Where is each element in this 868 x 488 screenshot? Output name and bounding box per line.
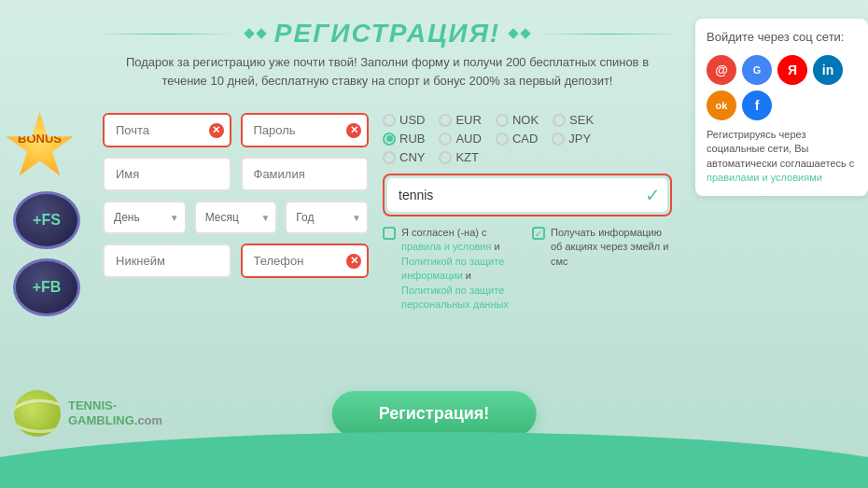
info-checkmark: ✓ [535, 229, 542, 239]
year-select[interactable]: Год [285, 201, 369, 234]
diamond-2 [256, 28, 266, 38]
google-button[interactable]: G [742, 55, 772, 85]
personal-data-link[interactable]: Политикой по защите персональных данных [401, 285, 509, 310]
cny-radio[interactable] [383, 151, 396, 164]
phone-wrapper: ✕ [241, 244, 370, 278]
rub-radio[interactable] [383, 132, 396, 146]
month-select[interactable]: Месяц [194, 201, 278, 234]
agree-checkbox[interactable] [383, 227, 396, 240]
right-panel: Войдите через соц сети: @ G Я in ok f Ре… [695, 19, 868, 196]
currency-sek[interactable]: SEK [553, 113, 594, 127]
privacy-link[interactable]: Политикой по защите информации [401, 256, 504, 281]
currency-cny[interactable]: CNY [383, 150, 425, 164]
day-wrapper: День ▼ [103, 201, 187, 234]
agree-checkbox-item[interactable]: Я согласен (-на) с правила и условия и П… [383, 226, 523, 312]
diamond-4 [521, 28, 531, 38]
tennis-line1: TENNIS- [68, 398, 117, 412]
nok-radio[interactable] [496, 114, 509, 127]
diamond-1 [244, 28, 254, 38]
title-decoration: РЕГИСТРАЦИЯ! [93, 19, 681, 49]
nickname-phone-row: ✕ [103, 244, 369, 278]
date-row: День ▼ Месяц ▼ Год ▼ [103, 201, 369, 234]
year-wrapper: Год ▼ [285, 201, 369, 234]
main-content: РЕГИСТРАЦИЯ! Подарок за регистрацию уже … [93, 0, 681, 312]
aud-label: AUD [455, 132, 481, 146]
currency-rub[interactable]: RUB [383, 132, 425, 146]
form-left: ✕ ✕ [103, 113, 369, 312]
title-section: РЕГИСТРАЦИЯ! Подарок за регистрацию уже … [93, 0, 681, 113]
social-login-box: Войдите через соц сети: @ G Я in ok f Ре… [695, 19, 868, 196]
rub-radio-dot [386, 135, 393, 142]
rub-label: RUB [399, 132, 425, 146]
kzt-radio[interactable] [439, 151, 452, 164]
bonus-icon: BONUS [5, 112, 89, 182]
title-diamonds-left [245, 30, 265, 37]
terms-link[interactable]: правила и условия [401, 241, 491, 252]
sidebar-icons: BONUS +FS +FB [0, 112, 93, 316]
currency-jpy[interactable]: JPY [552, 132, 591, 146]
nok-label: NOK [512, 113, 539, 127]
promo-success-icon: ✓ [645, 184, 661, 206]
aud-radio[interactable] [439, 132, 452, 146]
usd-radio[interactable] [383, 114, 396, 127]
tennis-text: TENNIS- GAMBLING.com [68, 398, 162, 427]
form-area: ✕ ✕ [93, 113, 681, 312]
currency-cad[interactable]: CAD [496, 132, 538, 146]
sek-radio[interactable] [553, 114, 566, 127]
currency-aud[interactable]: AUD [439, 132, 481, 146]
eur-radio[interactable] [439, 114, 452, 127]
currency-eur[interactable]: EUR [439, 113, 481, 127]
linkedin-button[interactable]: in [813, 55, 843, 85]
promo-input[interactable] [387, 178, 667, 212]
tennis-suffix: .com [134, 413, 162, 427]
info-checkbox-item[interactable]: ✓ Получать информацию об акциях через эм… [532, 226, 672, 269]
fb-icon: +FB [13, 258, 80, 316]
phone-error-icon: ✕ [346, 254, 361, 269]
currency-nok[interactable]: NOK [496, 113, 539, 127]
social-terms-link[interactable]: правилами и условиями [707, 172, 822, 183]
day-select[interactable]: День [103, 201, 187, 234]
register-button[interactable]: Регистрация! [332, 391, 537, 437]
sek-label: SEK [569, 113, 594, 127]
currency-row-2: RUB AUD CAD JPY [383, 132, 672, 146]
social-icons-row: @ G Я in ok f [707, 55, 857, 120]
cad-radio[interactable] [496, 132, 509, 146]
diamond-3 [509, 28, 519, 38]
gmail-button[interactable]: @ [707, 55, 736, 85]
eur-label: EUR [455, 113, 481, 127]
cad-label: CAD [512, 132, 538, 146]
checkbox-row: Я согласен (-на) с правила и условия и П… [383, 226, 672, 312]
name-row [103, 157, 369, 191]
firstname-wrapper [103, 157, 231, 191]
jpy-radio[interactable] [552, 132, 565, 146]
nickname-field[interactable] [103, 244, 231, 278]
month-wrapper: Месяц ▼ [194, 201, 278, 234]
usd-label: USD [399, 113, 425, 127]
currency-usd[interactable]: USD [383, 113, 425, 127]
kzt-label: KZT [455, 150, 479, 164]
nickname-wrapper [103, 244, 231, 278]
email-password-row: ✕ ✕ [103, 113, 369, 147]
wave-bottom [0, 432, 868, 488]
email-wrapper: ✕ [103, 113, 231, 147]
title-diamonds-right [510, 30, 529, 37]
page-title: РЕГИСТРАЦИЯ! [274, 19, 500, 49]
facebook-button[interactable]: f [742, 91, 772, 120]
currency-section: USD EUR NOK SEK [383, 113, 672, 164]
lastname-wrapper [241, 157, 370, 191]
password-wrapper: ✕ [241, 113, 370, 147]
info-text: Получать информацию об акциях через эмей… [551, 226, 672, 269]
social-desc: Регистрируясь через социальные сети, Вы … [707, 128, 857, 186]
subtitle: Подарок за регистрацию уже почти твой! З… [93, 53, 681, 90]
cny-label: CNY [399, 150, 425, 164]
firstname-field[interactable] [103, 157, 231, 191]
info-checkbox[interactable]: ✓ [532, 227, 545, 240]
lastname-field[interactable] [241, 157, 370, 191]
jpy-label: JPY [568, 132, 591, 146]
register-btn-container: Регистрация! [332, 391, 537, 437]
currency-kzt[interactable]: KZT [439, 150, 479, 164]
email-error-icon: ✕ [209, 123, 224, 138]
yandex-button[interactable]: Я [777, 55, 807, 85]
title-line-right [539, 34, 681, 35]
odnoklassniki-button[interactable]: ok [707, 91, 736, 120]
